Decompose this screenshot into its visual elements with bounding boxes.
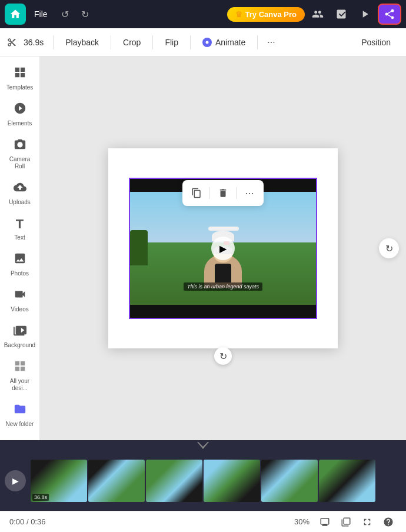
elements-icon bbox=[14, 102, 26, 118]
sidebar-label-photos: Photos bbox=[11, 270, 29, 277]
clip-duration: 36.9s bbox=[19, 38, 48, 47]
sidebar-label-all-designs: All your desi... bbox=[5, 378, 35, 392]
sidebar-item-photos[interactable]: Photos bbox=[2, 247, 38, 282]
sidebar-item-text[interactable]: T Text bbox=[2, 212, 38, 246]
ft-divider-2 bbox=[236, 187, 237, 199]
toolbar-divider-2 bbox=[111, 35, 111, 49]
desktop-view-icon[interactable] bbox=[317, 514, 333, 530]
new-folder-icon bbox=[14, 403, 26, 418]
canvas-container: ▶ This is an urban legend sayats bbox=[108, 148, 338, 348]
sidebar-label-videos: Videos bbox=[11, 306, 28, 313]
sidebar: Templates Elements Camera Roll Uploads T… bbox=[0, 56, 40, 440]
thumbnails-strip: 36.8s bbox=[31, 460, 375, 502]
floating-context-toolbar: ··· bbox=[182, 180, 264, 206]
playback-time-display: 0:00 / 0:36 bbox=[9, 517, 45, 526]
videos-icon bbox=[14, 288, 26, 304]
page-number-icon[interactable] bbox=[338, 514, 354, 530]
sidebar-item-new-folder[interactable]: New folder bbox=[2, 398, 38, 433]
hat-brim bbox=[208, 227, 239, 231]
scissors-icon bbox=[7, 38, 16, 47]
templates-icon bbox=[14, 66, 26, 82]
sidebar-label-new-folder: New folder bbox=[6, 421, 34, 428]
thumbnail-1[interactable]: 36.8s bbox=[31, 460, 87, 502]
photos-icon bbox=[14, 252, 26, 268]
help-icon[interactable] bbox=[380, 514, 397, 530]
thumbnail-5[interactable] bbox=[261, 460, 318, 502]
undo-redo-group: ↺ ↻ bbox=[56, 5, 95, 24]
thumb-bg-4 bbox=[204, 460, 260, 502]
thumbnail-4[interactable] bbox=[204, 460, 260, 502]
video-content-area: ▶ This is an urban legend sayats bbox=[130, 192, 316, 305]
editing-toolbar: 36.9s Playback Crop Flip Animate ··· Pos… bbox=[0, 28, 406, 56]
rotate-handle[interactable]: ↻ bbox=[214, 347, 232, 365]
subtitle-text: This is an urban legend sayats bbox=[184, 282, 262, 291]
undo-button[interactable]: ↺ bbox=[56, 5, 75, 24]
toolbar-divider-3 bbox=[152, 35, 153, 49]
sidebar-label-text: Text bbox=[14, 234, 25, 241]
black-bar-bottom bbox=[130, 305, 316, 318]
svg-point-0 bbox=[205, 41, 208, 44]
status-bar-icons bbox=[317, 514, 397, 530]
home-button[interactable] bbox=[5, 4, 26, 25]
crop-button[interactable]: Crop bbox=[116, 34, 148, 51]
thumbnail-6[interactable] bbox=[319, 460, 375, 502]
all-designs-icon bbox=[14, 360, 26, 375]
file-menu-button[interactable]: File bbox=[28, 7, 54, 21]
position-button[interactable]: Position bbox=[353, 34, 399, 51]
redo-button[interactable]: ↻ bbox=[76, 5, 95, 24]
thumb-bg-6 bbox=[319, 460, 375, 502]
copy-to-all-button[interactable] bbox=[187, 184, 206, 202]
sidebar-item-all-designs[interactable]: All your desi... bbox=[2, 355, 38, 397]
thumb-timestamp: 36.8s bbox=[32, 494, 49, 501]
zoom-level-display: 30% bbox=[294, 517, 310, 526]
sidebar-item-background[interactable]: Background bbox=[2, 319, 38, 354]
thumb-bg-2 bbox=[88, 460, 145, 502]
timeline-arrow-area[interactable] bbox=[40, 0, 406, 7]
tree-left bbox=[130, 230, 148, 265]
try-canva-pro-button[interactable]: ♛ Try Canva Pro bbox=[227, 7, 305, 22]
more-options-button[interactable]: ··· bbox=[262, 34, 279, 51]
sidebar-item-uploads[interactable]: Uploads bbox=[2, 176, 38, 211]
canvas-area: ··· bbox=[40, 56, 406, 440]
side-refresh-button[interactable]: ↻ bbox=[379, 238, 399, 258]
timeline-body: ▶ 36.8s bbox=[0, 451, 406, 511]
ft-divider-1 bbox=[209, 187, 210, 199]
playback-button[interactable]: Playback bbox=[58, 34, 106, 51]
sidebar-item-folders[interactable]: Folders bbox=[2, 434, 38, 440]
timeline-play-button[interactable]: ▶ bbox=[5, 470, 26, 491]
toolbar-divider-1 bbox=[53, 35, 54, 49]
crown-icon: ♛ bbox=[235, 10, 242, 19]
thumb-bg-5 bbox=[261, 460, 318, 502]
thumb-bg-3 bbox=[146, 460, 202, 502]
fullscreen-icon[interactable] bbox=[359, 514, 375, 530]
camera-roll-icon bbox=[14, 138, 26, 154]
sidebar-item-templates[interactable]: Templates bbox=[2, 61, 38, 96]
sidebar-label-background: Background bbox=[4, 342, 35, 349]
text-icon: T bbox=[16, 217, 24, 232]
sidebar-label-templates: Templates bbox=[6, 84, 34, 91]
thumbnail-3[interactable] bbox=[146, 460, 202, 502]
toolbar-divider-4 bbox=[190, 35, 191, 49]
uploads-icon bbox=[14, 181, 26, 197]
char-body bbox=[215, 264, 231, 282]
thumb-bg-1: 36.8s bbox=[31, 460, 87, 502]
video-play-overlay[interactable]: ▶ bbox=[211, 237, 235, 260]
more-options-float-button[interactable]: ··· bbox=[240, 184, 259, 202]
timeline-panel: ▶ 36.8s bbox=[0, 440, 406, 511]
status-bar: 0:00 / 0:36 30% bbox=[0, 511, 406, 532]
main-layout: Templates Elements Camera Roll Uploads T… bbox=[0, 56, 406, 440]
flip-button[interactable]: Flip bbox=[158, 34, 185, 51]
sidebar-label-camera-roll: Camera Roll bbox=[5, 156, 35, 170]
background-icon bbox=[14, 324, 26, 340]
sidebar-label-elements: Elements bbox=[8, 120, 32, 127]
sidebar-item-videos[interactable]: Videos bbox=[2, 283, 38, 318]
delete-button[interactable] bbox=[214, 184, 232, 202]
timeline-expand-arrow[interactable] bbox=[197, 442, 209, 449]
sidebar-item-camera-roll[interactable]: Camera Roll bbox=[2, 133, 38, 175]
timeline-collapse-area bbox=[0, 440, 406, 451]
sidebar-item-elements[interactable]: Elements bbox=[2, 97, 38, 132]
sidebar-label-uploads: Uploads bbox=[9, 199, 31, 206]
animate-button[interactable]: Animate bbox=[195, 34, 252, 51]
thumbnail-2[interactable] bbox=[88, 460, 145, 502]
animate-dot-icon bbox=[202, 38, 212, 47]
